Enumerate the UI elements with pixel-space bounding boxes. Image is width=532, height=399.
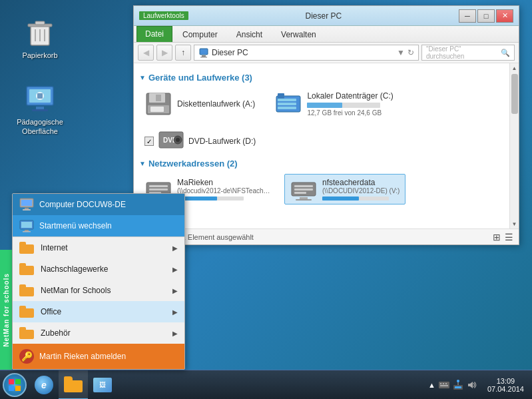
menu-item-office[interactable]: Office ▶ <box>13 301 184 322</box>
address-text: Dieser PC <box>212 48 394 57</box>
floppy-name: Diskettenlaufwerk (A:) <box>177 99 255 109</box>
trash-label: Papierkorb <box>22 51 57 60</box>
arrow-office: ▶ <box>172 308 178 316</box>
tab-computer[interactable]: Computer <box>174 27 226 42</box>
office-label: Office <box>41 307 61 316</box>
menu-item-internet[interactable]: Internet ▶ <box>13 237 184 258</box>
view-list[interactable]: ☰ <box>505 232 513 242</box>
ie-button[interactable]: e <box>29 370 59 400</box>
maximize-button[interactable]: □ <box>477 9 495 23</box>
tab-datei[interactable]: Datei <box>136 26 172 42</box>
svg-rect-44 <box>23 209 31 210</box>
volume-icon <box>466 380 477 390</box>
menu-item-netman[interactable]: NetMan for Schools ▶ <box>13 280 184 301</box>
desktop: Papierkorb PädagogischeOberfläche Laufwe… <box>0 0 532 399</box>
drive-c[interactable]: Lokaler Datenträger (C:) 12,7 GB frei vo… <box>269 88 399 120</box>
svg-rect-42 <box>21 200 32 206</box>
computer-label: Computer DOCUW8-DE <box>39 200 126 209</box>
taskbar-clock[interactable]: 13:09 07.04.2014 <box>482 377 529 393</box>
menu-item-nachschlagewerke[interactable]: Nachschlagewerke ▶ <box>13 258 184 280</box>
address-dropdown[interactable]: ▼ <box>397 48 405 57</box>
svg-rect-51 <box>9 386 14 391</box>
system-tray: ▲ <box>424 380 481 390</box>
nfs-path: (\\DOCUDIV2012-DE) (V:) <box>322 187 399 195</box>
netman-label: NetMan for Schools <box>41 286 111 295</box>
dvd-name: DVD-Laufwerk (D:) <box>188 137 256 146</box>
menu-item-zubehor[interactable]: Zubehör ▶ <box>13 322 184 344</box>
scroll-down[interactable]: ▼ <box>510 219 519 228</box>
svg-point-61 <box>457 380 459 382</box>
laufwerktools-badge: Laufwerktools <box>139 11 188 20</box>
svg-rect-46 <box>21 222 32 228</box>
hdd-name: Lokaler Datenträger (C:) <box>307 91 393 101</box>
svg-rect-48 <box>23 231 31 232</box>
start-btn-icon <box>3 373 27 397</box>
status-right: ⊞ ☰ <box>493 232 513 242</box>
svg-rect-17 <box>156 95 161 101</box>
marieken-name: MaRieken <box>177 178 270 187</box>
photo-button[interactable]: 🖼 <box>88 370 117 400</box>
search-bar[interactable]: "Dieser PC" durchsuchen 🔍 <box>421 45 515 61</box>
arrow-netman: ▶ <box>172 287 178 294</box>
svg-rect-38 <box>294 192 306 194</box>
address-bar[interactable]: Dieser PC ▼ ↻ <box>194 45 419 61</box>
marieken-bar-outer <box>177 197 244 200</box>
menu-item-computer[interactable]: Computer DOCUW8-DE <box>13 194 184 215</box>
logout-icon: 🔑 <box>19 349 34 364</box>
up-button[interactable]: ↑ <box>175 45 191 61</box>
nfs-bar-inner <box>322 197 359 200</box>
drive-floppy[interactable]: Diskettenlaufwerk (A:) <box>139 88 261 120</box>
svg-rect-55 <box>443 383 444 384</box>
svg-rect-49 <box>9 379 14 384</box>
marieken-path: (\\docudiv2012-de\NFSTeachers)... <box>177 187 270 195</box>
marieken-info: MaRieken (\\docudiv2012-de\NFSTeachers).… <box>177 178 270 200</box>
time-display: 13:09 <box>497 377 515 385</box>
svg-rect-31 <box>149 189 168 191</box>
taskbar-right: ▲ <box>424 377 532 393</box>
trash-icon <box>24 16 56 48</box>
folder-icon-internet <box>19 242 34 254</box>
search-icon: 🔍 <box>501 49 510 57</box>
hdd-bar-inner <box>307 103 342 108</box>
monitor-icon-sm <box>19 219 34 232</box>
windows-logo <box>7 378 22 392</box>
svg-rect-22 <box>278 99 296 101</box>
nfs-info: nfsteacherdata (\\DOCUDIV2012-DE) (V:) <box>322 178 399 200</box>
nfs-name: nfsteacherdata <box>322 178 399 187</box>
tab-ansicht[interactable]: Ansicht <box>228 27 271 42</box>
forward-button[interactable]: ▶ <box>156 45 172 61</box>
status-bar: 3 Elemente 1 Element ausgewählt ⊞ ☰ <box>134 228 519 244</box>
desktop-icon-trash[interactable]: Papierkorb <box>13 13 67 63</box>
folder-icon <box>64 376 83 392</box>
scrollbar[interactable]: ▲ ▼ <box>509 63 519 228</box>
startmenu-label: Startmenü wechseln <box>39 221 112 230</box>
view-large-icon[interactable]: ⊞ <box>493 232 501 242</box>
arrow-internet: ▶ <box>172 244 178 252</box>
dvd-row: ✓ DVD DVD-Laufwerk (D:) <box>139 128 504 155</box>
close-button[interactable]: ✕ <box>496 9 513 23</box>
desktop-icon-padagogische[interactable]: PädagogischeOberfläche <box>13 80 67 139</box>
floppy-icon <box>145 92 172 116</box>
file-list: Geräte und Laufwerke (3) <box>134 63 509 228</box>
scroll-up[interactable]: ▲ <box>510 63 519 73</box>
menu-footer-logout[interactable]: 🔑 Martin Rieken abmelden <box>13 344 184 369</box>
scroll-thumb[interactable] <box>511 74 518 114</box>
refresh-button[interactable]: ↻ <box>407 48 414 57</box>
svg-rect-56 <box>445 383 447 384</box>
minimize-button[interactable]: ─ <box>459 9 476 23</box>
menu-item-startmenu[interactable]: Startmenü wechseln <box>13 215 184 237</box>
start-button[interactable] <box>0 370 29 400</box>
back-button[interactable]: ◀ <box>138 45 154 61</box>
network-icon <box>453 380 463 390</box>
keyboard-icon <box>438 380 450 390</box>
net-nfsteacher[interactable]: nfsteacherdata (\\DOCUDIV2012-DE) (V:) <box>284 174 405 204</box>
tray-up-arrow[interactable]: ▲ <box>428 381 435 389</box>
dvd-checkbox[interactable]: ✓ <box>144 137 154 146</box>
window-title: Dieser PC <box>188 11 459 21</box>
svg-rect-54 <box>440 383 441 384</box>
tab-verwalten[interactable]: Verwalten <box>272 27 325 42</box>
svg-rect-12 <box>200 49 208 55</box>
folder-button[interactable] <box>59 370 88 400</box>
svg-rect-19 <box>150 107 164 112</box>
section-network: Netzwerkadressen (2) <box>139 159 504 169</box>
